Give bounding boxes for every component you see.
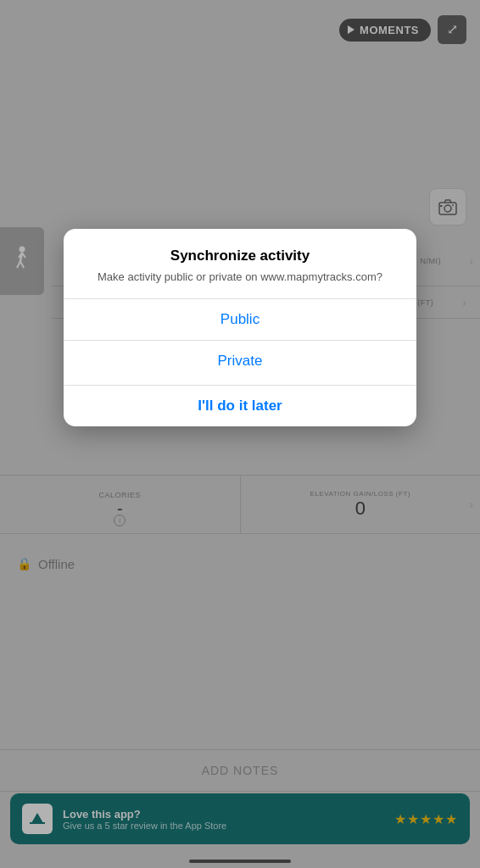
dialog-message: Make activity public or private on www.m… xyxy=(81,270,399,285)
public-button[interactable]: Public xyxy=(64,299,416,340)
dialog-title: Synchronize activity xyxy=(81,248,399,264)
private-button[interactable]: Private xyxy=(64,341,416,381)
synchronize-dialog: Synchronize activity Make activity publi… xyxy=(64,229,416,426)
dialog-overlay xyxy=(0,0,480,868)
later-button[interactable]: I'll do it later xyxy=(64,385,416,426)
dialog-header: Synchronize activity Make activity publi… xyxy=(64,229,416,298)
